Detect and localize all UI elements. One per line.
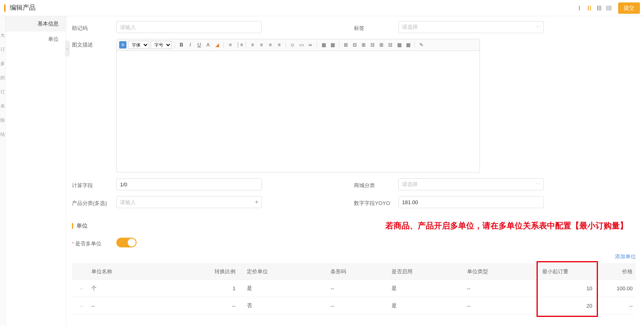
svg-rect-5 [600, 6, 601, 11]
layout-3col-icon[interactable] [596, 4, 603, 12]
align-center-icon[interactable]: ≡ [258, 41, 265, 49]
col-unit-name: 单位名称 [88, 264, 163, 280]
cell-props-icon[interactable]: ▦ [396, 41, 403, 49]
col-ratio: 转换比例 [163, 264, 238, 280]
table-header-row: 单位名称 转换比例 定价单位 条形码 是否启用 单位类型 最小起订量 价格 [72, 264, 636, 280]
delete-row-icon[interactable]: ⊟ [351, 41, 358, 49]
product-category-input[interactable] [116, 196, 262, 208]
svg-rect-6 [606, 6, 607, 11]
italic-icon[interactable]: I [187, 41, 194, 49]
insert-col-icon[interactable]: ⊞ [360, 41, 367, 49]
unit-section-title: 单位 [76, 222, 88, 230]
font-color-icon[interactable]: A [204, 41, 212, 49]
add-unit-link[interactable]: 添加单位 [615, 253, 636, 260]
header-actions: 提交 [576, 2, 640, 14]
plus-icon[interactable]: + [255, 198, 259, 206]
svg-rect-0 [579, 6, 580, 11]
col-barcode: 条形码 [327, 264, 388, 280]
col-price: 价格 [596, 264, 636, 280]
svg-rect-1 [588, 6, 589, 11]
mall-category-select[interactable]: 请选择 ﹀ [398, 178, 544, 190]
mnemonic-input[interactable] [116, 21, 262, 33]
product-category-label: 产品分类(多选) [72, 197, 116, 207]
layout-1col-icon[interactable] [576, 4, 583, 12]
annotation-text: 若商品、产品开启多单位，请在多单位关系表中配置【最小订购量】 [385, 220, 628, 231]
image-icon[interactable]: ▭ [298, 41, 305, 49]
svg-rect-4 [599, 6, 600, 11]
mnemonic-label: 助记码 [72, 22, 116, 32]
mall-category-placeholder: 请选择 [402, 181, 418, 188]
bold-icon[interactable]: B [178, 41, 185, 49]
font-size-select[interactable]: 字号 [151, 41, 172, 49]
editor-toolbar: ≡ 字体 字号 B I U A ◢ ≡ ⋮≡ [117, 39, 480, 51]
sidebar: 基本信息 单位 ‹ [6, 16, 66, 325]
svg-rect-2 [590, 6, 591, 11]
insert-row-icon[interactable]: ⊞ [342, 41, 349, 49]
table-row[interactable]: -- -- -- 否 -- 是 -- 20 -- [72, 297, 636, 314]
desc-label: 图文描述 [72, 39, 116, 49]
svg-rect-3 [597, 6, 598, 11]
layout-4col-icon[interactable] [605, 4, 612, 12]
multi-unit-label: *是否多单位 [72, 238, 116, 247]
tags-select[interactable]: 请选择 ﹀ [398, 21, 544, 33]
unit-table: 单位名称 转换比例 定价单位 条形码 是否启用 单位类型 最小起订量 价格 -- [72, 264, 636, 314]
sidebar-item-basic-info[interactable]: 基本信息 [6, 16, 66, 32]
page-title: 编辑产品 [10, 4, 576, 12]
chevron-down-icon: ﹀ [536, 24, 540, 30]
table-props-icon[interactable]: ▦ [404, 41, 412, 49]
rich-text-editor: ≡ 字体 字号 B I U A ◢ ≡ ⋮≡ [116, 39, 480, 173]
table2-icon[interactable]: ▦ [329, 41, 336, 49]
svg-rect-8 [609, 6, 610, 11]
align-right-icon[interactable]: ≡ [267, 41, 274, 49]
toggle-knob [128, 238, 136, 247]
source-mode-icon[interactable]: ≡ [119, 41, 126, 49]
num-field-label: 数字字段YOYO [354, 197, 398, 207]
editor-body[interactable] [117, 51, 480, 172]
col-price-unit: 定价单位 [239, 264, 327, 280]
num-field-input[interactable] [398, 196, 544, 208]
svg-rect-7 [608, 6, 609, 11]
chevron-left-icon: ‹ [67, 46, 68, 51]
sidebar-collapse-toggle[interactable]: ‹ [65, 40, 70, 57]
unordered-list-icon[interactable]: ⋮≡ [236, 41, 243, 49]
bg-color-icon[interactable]: ◢ [213, 41, 221, 49]
multi-unit-toggle[interactable] [116, 238, 137, 247]
table-icon[interactable]: ▦ [320, 41, 327, 49]
header: 编辑产品 提交 [0, 0, 644, 16]
calc-field-label: 计算字段 [72, 179, 116, 189]
font-family-select[interactable]: 字体 [128, 41, 149, 49]
main-content: 助记码 标签 请选择 ﹀ 图文描述 [66, 16, 644, 325]
link-icon[interactable]: ∞ [307, 41, 314, 49]
left-strip: 大订多的订表除结 [0, 16, 6, 325]
sidebar-item-label: 单位 [48, 36, 59, 42]
col-type: 单位类型 [464, 264, 539, 280]
delete-col-icon[interactable]: ⊟ [369, 41, 376, 49]
align-justify-icon[interactable]: ≡ [276, 41, 283, 49]
ordered-list-icon[interactable]: ≡ [227, 41, 234, 49]
merge-cells-icon[interactable]: ⊞ [378, 41, 385, 49]
col-min-order: 最小起订量 [539, 264, 596, 280]
sidebar-item-unit[interactable]: 单位 [6, 32, 66, 47]
calc-field-input[interactable] [116, 178, 262, 190]
layout-2col-icon[interactable] [586, 4, 593, 12]
clear-format-icon[interactable]: ✎ [418, 41, 425, 49]
svg-rect-9 [611, 6, 612, 11]
tags-label: 标签 [354, 22, 398, 32]
sidebar-item-label: 基本信息 [38, 21, 59, 27]
submit-button[interactable]: 提交 [618, 2, 640, 14]
split-cells-icon[interactable]: ⊟ [387, 41, 394, 49]
mall-category-label: 商城分类 [354, 179, 398, 189]
table-row[interactable]: -- 个 1 是 -- 是 -- 10 100.00 [72, 280, 636, 297]
chevron-down-icon: ﹀ [536, 181, 540, 187]
col-enabled: 是否启用 [388, 264, 463, 280]
section-accent-bar [72, 223, 73, 229]
emoji-icon[interactable]: ☺ [289, 41, 296, 49]
tags-placeholder: 请选择 [402, 23, 418, 31]
align-left-icon[interactable]: ≡ [249, 41, 256, 49]
underline-icon[interactable]: U [196, 41, 203, 49]
header-accent-bar [4, 4, 6, 12]
